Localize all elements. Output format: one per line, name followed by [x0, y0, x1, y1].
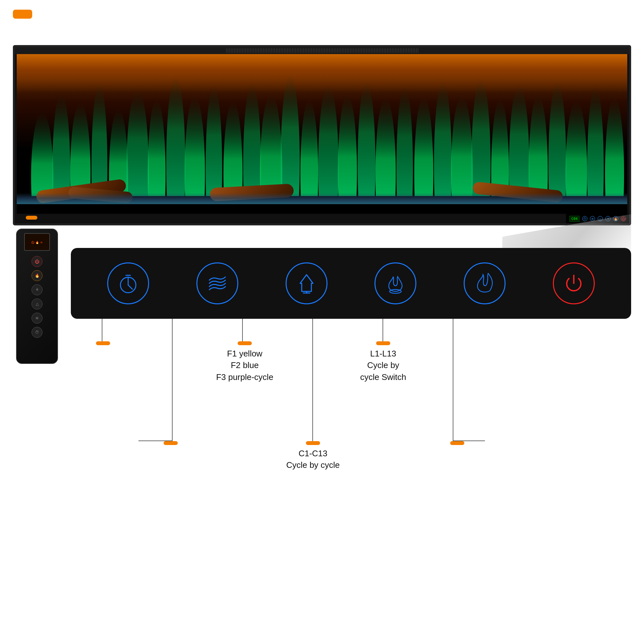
power-icon	[563, 272, 585, 295]
flame-label-group: L1-L13Cycle bycycle Switch	[351, 341, 415, 383]
log-flame-button[interactable]	[374, 262, 416, 304]
heater-badge	[164, 441, 178, 445]
flame-display	[17, 54, 627, 214]
remote-power-icon: ⏻	[31, 241, 34, 244]
top-light-label-group: F1 yellowF2 blueF3 purple-cycle	[209, 341, 280, 383]
remote-timer-btn[interactable]: ⏱	[32, 327, 43, 338]
svg-marker-35	[300, 275, 313, 291]
timer-button[interactable]	[107, 262, 149, 304]
top-light-desc: F1 yellowF2 blueF3 purple-cycle	[216, 348, 273, 383]
remote-power-button[interactable]: ⏻	[32, 256, 43, 267]
remote-control: ⏻ 🔥 ≋ ⏻ 🔥 ⚘ △ ≋ ⏱	[16, 229, 58, 364]
timer-label-group	[71, 341, 135, 348]
logs-area	[17, 169, 627, 204]
fp-timer-icon: ⏱	[582, 216, 587, 221]
crystals	[17, 193, 627, 204]
top-light-button[interactable]	[286, 262, 327, 304]
remote-flame-icon: 🔥	[35, 241, 39, 244]
flame-button[interactable]	[464, 262, 506, 304]
flame-connector	[383, 319, 383, 341]
log-flame-desc: C1-C13Cycle by cycle	[286, 448, 340, 471]
remote-light-btn[interactable]: △	[32, 298, 43, 309]
heater-button[interactable]	[196, 262, 238, 304]
top-light-badge	[238, 341, 252, 345]
log-flame-badge	[306, 441, 320, 445]
svg-line-33	[128, 285, 132, 289]
fireplace-unit: // Generate vent lines dynamically for(l…	[13, 45, 631, 225]
lcd-label	[26, 216, 37, 220]
banner	[13, 10, 32, 19]
flame-badge	[376, 341, 390, 345]
power-horiz-connector	[453, 440, 485, 441]
control-panel	[71, 248, 631, 319]
top-light-connector	[242, 319, 243, 341]
log-flame-label-group: C1-C13Cycle by cycle	[278, 441, 348, 471]
flame-icon	[473, 272, 496, 295]
heater-horiz-connector	[138, 440, 173, 441]
remote-log-btn[interactable]: ⚘	[32, 284, 43, 295]
log-flame-long-connector	[312, 319, 313, 441]
timer-icon	[117, 272, 139, 295]
heater-label-group	[138, 441, 203, 448]
power-long-connector	[453, 319, 453, 441]
remote-heat-icon: ≋	[40, 241, 43, 244]
fp-lcd-display: C04	[569, 216, 580, 222]
vent-top: // Generate vent lines dynamically for(l…	[15, 47, 629, 54]
timer-badge	[96, 341, 110, 345]
heater-icon	[206, 272, 229, 295]
remote-flame-btn[interactable]: 🔥	[32, 270, 43, 281]
log-flame-vert2	[312, 440, 313, 441]
top-light-icon	[295, 272, 318, 295]
power-label-group	[419, 441, 496, 445]
heater-long-connector	[172, 319, 173, 441]
timer-connector	[102, 319, 102, 341]
flame-desc: L1-L13Cycle bycycle Switch	[360, 348, 406, 383]
power-button[interactable]	[553, 262, 595, 304]
power-badge	[450, 441, 464, 445]
remote-lcd: ⏻ 🔥 ≋	[24, 233, 50, 251]
remote-heat-btn[interactable]: ≋	[32, 313, 43, 324]
log-flame-icon	[384, 272, 407, 295]
